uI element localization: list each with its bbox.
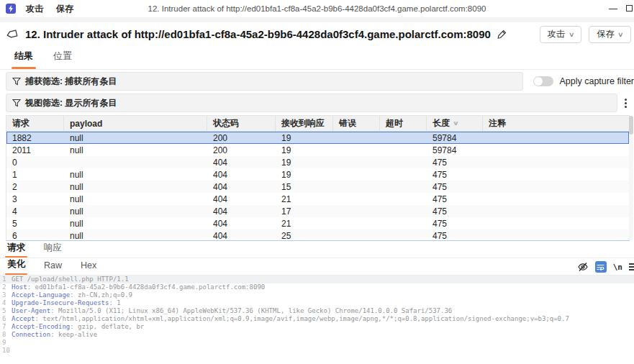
table-cell (483, 168, 629, 181)
menu-attack[interactable]: 攻击 (26, 3, 43, 15)
table-cell: 3 (6, 193, 64, 205)
table-cell: null (64, 168, 207, 181)
table-cell: null (64, 132, 207, 144)
table-cell: 475 (427, 193, 483, 205)
table-cell (483, 229, 629, 241)
code-text: User-Agent: Mozilla/5.0 (X11; Linux x86_… (12, 307, 634, 315)
menu-save[interactable]: 保存 (56, 3, 73, 15)
table-cell (333, 217, 380, 229)
main-tabs: 结果 位置 (0, 46, 634, 70)
table-cell: 0 (6, 156, 64, 168)
table-cell: 19 (276, 144, 333, 156)
apply-capture-filter-label: Apply capture filter (559, 76, 634, 86)
chevron-down-icon: ∨ (569, 31, 575, 38)
code-line: 6Accept: text/html,application/xhtml+xml… (0, 315, 634, 323)
edit-title-icon[interactable] (497, 29, 507, 40)
table-cell (380, 229, 427, 241)
column-header[interactable]: 状态码 (207, 116, 276, 131)
line-number: 3 (0, 291, 12, 299)
newline-icon[interactable]: \n (613, 263, 622, 272)
table-cell (333, 205, 380, 217)
save-button[interactable]: 保存∨ (589, 26, 631, 43)
table-row[interactable]: 040419475 (6, 156, 629, 168)
column-header[interactable]: payload (64, 116, 207, 131)
view-filter-input[interactable]: 视图筛选: 显示所有条目 (6, 94, 617, 112)
back-icon[interactable] (6, 28, 18, 40)
line-number: 7 (0, 323, 12, 331)
table-cell (380, 193, 427, 205)
table-cell (333, 144, 380, 156)
table-cell: 25 (276, 229, 333, 241)
table-cell: 404 (207, 205, 276, 217)
request-editor[interactable]: 1GET /upload/shell.php HTTP/1.12Host: ed… (0, 276, 634, 364)
table-row[interactable]: 2null40415475 (6, 181, 629, 193)
table-row[interactable]: 6null40425475 (6, 229, 629, 241)
code-line: 8Connection: keep-alive (0, 331, 634, 339)
table-cell: 1 (6, 168, 64, 181)
column-header[interactable]: 请求 (6, 116, 64, 131)
funnel-icon (12, 99, 21, 107)
table-cell: 59784 (427, 132, 483, 144)
hide-icon[interactable] (577, 261, 589, 273)
line-number: 2 (0, 283, 12, 291)
editor-menu-icon[interactable] (629, 263, 634, 270)
table-cell: 19 (276, 168, 333, 181)
table-cell (64, 156, 207, 168)
table-cell: 475 (427, 156, 483, 168)
code-line: 4Upgrade-Insecure-Requests: 1 (0, 299, 634, 307)
tab-results[interactable]: 结果 (14, 50, 33, 69)
column-header[interactable]: 超时 (380, 116, 427, 131)
word-wrap-icon[interactable] (595, 261, 607, 273)
table-row[interactable]: 2011null2001959784 (6, 144, 629, 156)
table-cell (380, 181, 427, 193)
table-row[interactable]: 3null40421475 (6, 193, 629, 205)
code-line: 5User-Agent: Mozilla/5.0 (X11; Linux x86… (0, 307, 634, 315)
line-number: 6 (0, 315, 12, 323)
table-cell (333, 193, 380, 205)
line-number: 9 (0, 339, 12, 347)
table-cell: 404 (207, 217, 276, 229)
view-filter-row: 视图筛选: 显示所有条目 (0, 94, 634, 112)
tab-positions[interactable]: 位置 (53, 50, 72, 69)
editor-icons: \n (577, 261, 634, 275)
table-cell (333, 168, 380, 181)
table-cell (483, 217, 629, 229)
table-cell (380, 132, 427, 144)
table-cell (380, 205, 427, 217)
minimize-button[interactable]: — (602, 4, 624, 14)
table-row[interactable]: 5null40421475 (6, 217, 629, 229)
code-text (12, 347, 634, 355)
table-row[interactable]: 1null40419475 (6, 168, 629, 181)
apply-capture-filter-toggle[interactable] (533, 76, 553, 86)
table-cell: 404 (207, 181, 276, 193)
capture-filter-input[interactable]: 捕获筛选: 捕获所有条目 (6, 72, 523, 91)
tab-hex[interactable]: Hex (81, 260, 96, 275)
attack-button[interactable]: 攻击∨ (540, 26, 582, 43)
code-line: 9 (0, 339, 634, 347)
table-row[interactable]: 4null40417475 (6, 205, 629, 217)
line-number: 10 (0, 347, 12, 355)
titlebar-divider (0, 17, 634, 22)
code-line: 7Accept-Encoding: gzip, deflate, br (0, 323, 634, 331)
results-table: 请求payload状态码接收到响应错误超时长度∨注释 1882null20019… (6, 115, 630, 241)
code-line: 3Accept-Language: zh-CN,zh;q=0.9 (0, 291, 634, 299)
line-number: 1 (0, 276, 12, 283)
table-cell: 15 (276, 181, 333, 193)
table-cell: 1882 (6, 132, 64, 144)
table-cell: 200 (207, 144, 276, 156)
tab-request[interactable]: 请求 (7, 242, 25, 258)
column-header[interactable]: 注释 (483, 116, 629, 131)
table-scrollbar[interactable] (629, 116, 633, 240)
table-cell: 17 (276, 205, 333, 217)
column-header[interactable]: 接收到响应 (276, 116, 333, 131)
table-body: 1882null20019597842011null20019597840404… (6, 132, 629, 241)
column-header[interactable]: 长度∨ (427, 116, 483, 131)
column-header[interactable]: 错误 (333, 116, 380, 131)
tab-response[interactable]: 响应 (44, 242, 62, 258)
table-cell: 5 (6, 217, 64, 229)
tab-pretty[interactable]: 美化 (7, 258, 25, 275)
table-menu-icon[interactable] (622, 97, 630, 109)
tab-raw[interactable]: Raw (44, 260, 62, 275)
table-row[interactable]: 1882null2001959784 (6, 132, 629, 144)
maximize-button[interactable] (624, 4, 634, 14)
